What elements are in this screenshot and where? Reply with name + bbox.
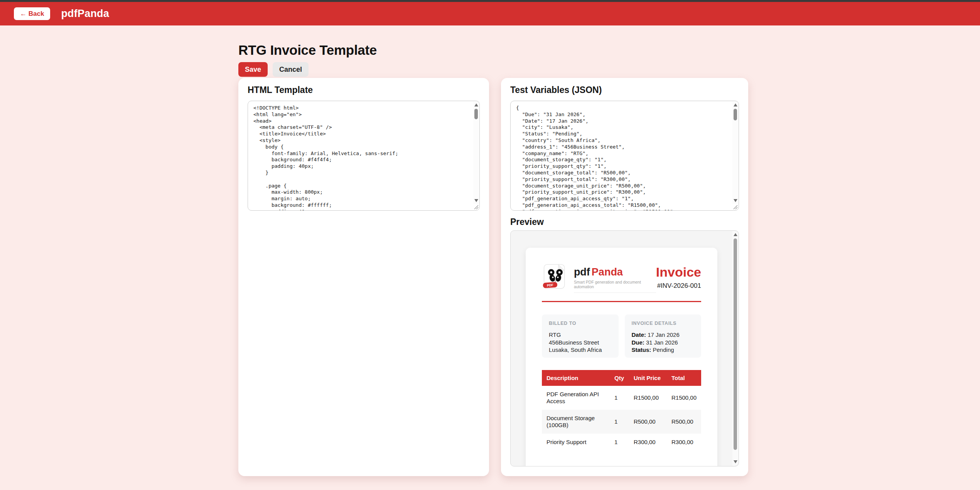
invoice-divider <box>542 301 701 302</box>
invoice-brand: pdfPanda Smart PDF generation and docume… <box>574 267 656 293</box>
invoice-details-box: INVOICE DETAILS Date: 17 Jan 2026 Due: 3… <box>625 314 702 358</box>
test-variables-json: { "Due": "31 Jan 2026", "Date": "17 Jan … <box>511 101 739 211</box>
preview-scrollbar[interactable] <box>732 231 738 466</box>
invoice-detail-row: Date: 17 Jan 2026 <box>632 331 695 339</box>
billed-to-label: BILLED TO <box>549 321 612 326</box>
preview-heading: Preview <box>510 217 739 227</box>
svg-text:PDF: PDF <box>547 283 553 287</box>
brand-tagline: Smart PDF generation and document automa… <box>574 280 656 289</box>
col-qty: Qty <box>610 370 629 386</box>
app-brand: pdfPanda <box>61 8 109 20</box>
billed-to-line: Lusaka, South Africa <box>549 346 612 354</box>
col-total: Total <box>667 370 701 386</box>
action-bar: Save Cancel <box>238 62 748 77</box>
pdfpanda-logo-icon: PDF <box>542 262 568 291</box>
scrollbar-thumb[interactable] <box>734 238 737 450</box>
preview-scroll-area: PDF pdfPanda Smart PDF generation and do… <box>511 231 732 466</box>
test-variables-input[interactable]: { "Due": "31 Jan 2026", "Date": "17 Jan … <box>510 101 739 211</box>
page-title: RTG Invoice Template <box>238 42 748 58</box>
brand-suffix: Panda <box>592 266 623 278</box>
test-variables-scrollbar[interactable] <box>732 101 738 204</box>
cancel-button[interactable]: Cancel <box>273 62 309 77</box>
scroll-up-icon[interactable] <box>734 103 737 106</box>
scrollbar-thumb[interactable] <box>474 109 478 119</box>
resize-handle-icon[interactable] <box>473 204 479 210</box>
scroll-up-icon[interactable] <box>734 233 737 236</box>
back-button[interactable]: ← Back <box>14 7 50 20</box>
save-button[interactable]: Save <box>238 62 268 77</box>
billed-to-line: RTG <box>549 331 612 339</box>
main-content: RTG Invoice Template Save Cancel HTML Te… <box>238 42 748 476</box>
invoice-detail-row: Status: Pending <box>632 346 695 354</box>
invoice-page: PDF pdfPanda Smart PDF generation and do… <box>526 248 717 466</box>
col-description: Description <box>542 370 610 386</box>
scroll-up-icon[interactable] <box>474 103 478 106</box>
billed-to-box: BILLED TO RTG 456Business Street Lusaka,… <box>542 314 619 358</box>
invoice-number: #INV-2026-001 <box>656 282 701 290</box>
invoice-details-label: INVOICE DETAILS <box>632 321 695 326</box>
invoice-title: Invoice <box>656 265 701 279</box>
table-row: Document Storage (100GB) 1 R500,00 R500,… <box>542 410 701 434</box>
scroll-down-icon[interactable] <box>734 199 737 202</box>
brand-prefix: pdf <box>574 266 590 278</box>
html-template-code: <!DOCTYPE html> <html lang="en"> <head> … <box>248 101 479 211</box>
html-template-input[interactable]: <!DOCTYPE html> <html lang="en"> <head> … <box>248 101 480 211</box>
html-template-scrollbar[interactable] <box>473 101 479 204</box>
table-row: PDF Generation API Access 1 R1500,00 R15… <box>542 386 701 410</box>
table-row: Priority Support 1 R300,00 R300,00 <box>542 434 701 451</box>
scroll-down-icon[interactable] <box>474 199 478 202</box>
test-variables-heading: Test Variables (JSON) <box>510 85 739 95</box>
scroll-down-icon[interactable] <box>734 460 737 463</box>
scrollbar-thumb[interactable] <box>734 109 737 120</box>
resize-handle-icon[interactable] <box>732 204 738 210</box>
test-variables-panel: Test Variables (JSON) { "Due": "31 Jan 2… <box>501 78 748 476</box>
app-header: ← Back pdfPanda <box>0 2 980 25</box>
preview-pane: PDF pdfPanda Smart PDF generation and do… <box>510 230 739 466</box>
col-unit-price: Unit Price <box>629 370 667 386</box>
html-template-heading: HTML Template <box>248 85 480 95</box>
invoice-items-table: Description Qty Unit Price Total PDF Gen… <box>542 370 701 451</box>
billed-to-line: 456Business Street <box>549 339 612 346</box>
html-template-panel: HTML Template <!DOCTYPE html> <html lang… <box>238 78 489 476</box>
table-header-row: Description Qty Unit Price Total <box>542 370 701 386</box>
invoice-detail-row: Due: 31 Jan 2026 <box>632 339 695 346</box>
